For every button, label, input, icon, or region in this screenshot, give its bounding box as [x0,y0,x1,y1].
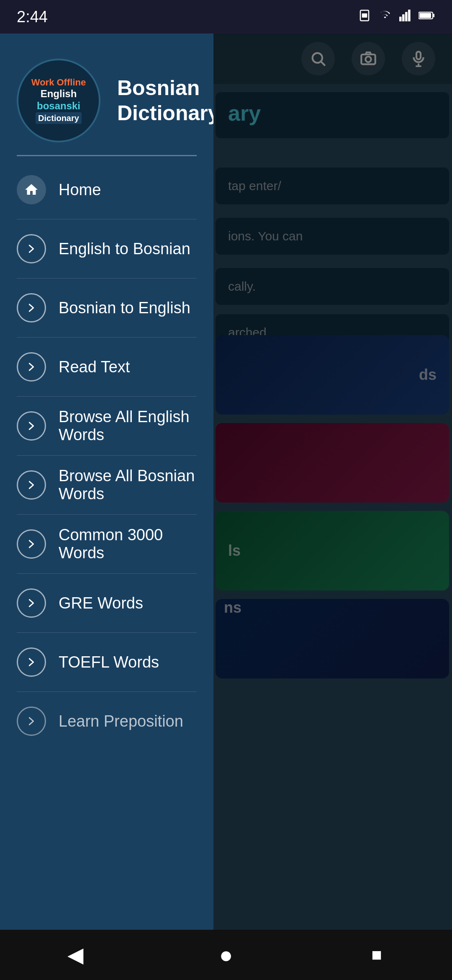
chevron-icon-9 [17,707,46,736]
chevron-icon-6 [17,529,46,559]
sidebar-item-learn-preposition[interactable]: Learn Preposition [0,692,213,750]
bosnian-to-english-label: Bosnian to English [59,299,190,317]
recents-button[interactable]: ■ [356,938,398,972]
home-icon [17,175,46,204]
logo-line1: Work Offline [31,77,86,88]
menu-list: Home English to Bosnian Bosnian to Engli… [0,156,213,980]
signal-icon [399,9,411,25]
svg-rect-7 [433,14,434,17]
sidebar-item-english-to-bosnian[interactable]: English to Bosnian [0,219,213,278]
recents-icon: ■ [371,945,382,965]
svg-rect-5 [408,10,411,21]
home-button[interactable]: ● [205,938,247,972]
app-logo: Work Offline English bosanski Dictionary [17,59,100,142]
sidebar-item-browse-bosnian[interactable]: Browse All Bosnian Words [0,456,213,514]
chevron-icon-7 [17,588,46,618]
sidebar-item-common-3000[interactable]: Common 3000 Words [0,515,213,573]
logo-line2: English [41,88,77,100]
toefl-words-label: TOEFL Words [59,653,159,671]
sidebar-item-toefl-words[interactable]: TOEFL Words [0,633,213,691]
app-title-block: Bosnian Dictionary [117,75,213,126]
home-nav-icon: ● [219,941,233,968]
wifi-icon [378,9,392,25]
svg-rect-2 [399,16,402,21]
english-to-bosnian-label: English to Bosnian [59,240,190,258]
chevron-icon-3 [17,352,46,382]
status-bar: 2:44 [0,0,452,34]
browse-bosnian-label: Browse All Bosnian Words [59,467,197,503]
chevron-icon-8 [17,647,46,677]
sidebar-item-browse-english[interactable]: Browse All English Words [0,397,213,455]
svg-rect-1 [362,13,367,18]
sim-icon [358,9,371,25]
sidebar-item-gre-words[interactable]: GRE Words [0,574,213,632]
read-text-label: Read Text [59,358,130,376]
sidebar-item-read-text[interactable]: Read Text [0,338,213,396]
chevron-icon-1 [17,234,46,263]
svg-rect-4 [405,12,408,21]
logo-line4: Dictionary [36,112,82,124]
back-button[interactable]: ◀ [54,938,96,972]
sidebar-item-bosnian-to-english[interactable]: Bosnian to English [0,279,213,337]
svg-rect-3 [402,14,405,21]
logo-line3: bosanski [37,100,80,112]
status-time: 2:44 [17,8,48,26]
gre-words-label: GRE Words [59,594,143,612]
svg-rect-8 [419,13,431,18]
back-icon: ◀ [67,943,83,967]
chevron-icon-5 [17,470,46,500]
navigation-drawer: Work Offline English bosanski Dictionary… [0,34,213,980]
drawer-header: Work Offline English bosanski Dictionary… [0,34,213,155]
app-title: Bosnian Dictionary [117,75,213,126]
common-3000-label: Common 3000 Words [59,526,197,562]
learn-preposition-label: Learn Preposition [59,712,183,730]
status-icons [358,9,435,25]
navigation-bar: ◀ ● ■ [0,930,452,980]
home-label: Home [59,181,101,199]
chevron-icon-4 [17,411,46,441]
sidebar-item-home[interactable]: Home [0,160,213,219]
battery-icon [419,10,435,24]
chevron-icon-2 [17,293,46,322]
browse-english-label: Browse All English Words [59,408,197,444]
